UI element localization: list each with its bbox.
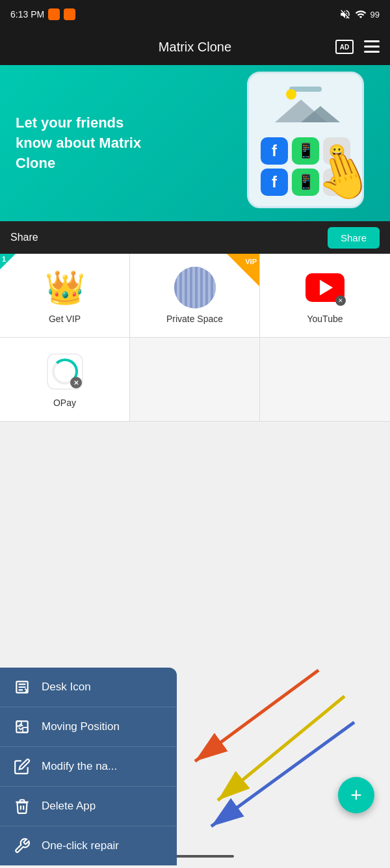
phone-fb-2: f <box>261 169 288 196</box>
svg-rect-14 <box>17 802 27 804</box>
opay-x-badge: ✕ <box>70 377 82 388</box>
opay-icon: ✕ <box>44 351 86 392</box>
svg-line-10 <box>218 696 344 800</box>
battery-level: 99 <box>370 10 380 20</box>
svg-line-11 <box>211 722 354 826</box>
apps-container: 1 👑 Get VIP VIP Private Space ✕ <box>0 254 390 865</box>
notification-dot <box>48 8 60 20</box>
vip-text: VIP <box>245 258 257 265</box>
apps-row-1: 1 👑 Get VIP VIP Private Space ✕ <box>0 254 390 338</box>
banner-text: Let your friends know about Matrix Clone <box>16 113 146 173</box>
header: Matrix Clone AD <box>0 29 390 65</box>
menu-item-desk-icon[interactable]: Desk Icon <box>0 668 177 707</box>
move-icon <box>13 718 31 736</box>
desk-icon-icon <box>13 678 31 696</box>
apps-row-2: ✕ OPay <box>0 338 390 422</box>
menu-item-delete-app[interactable]: Delete App <box>0 787 177 826</box>
opay-icon-wrap: ✕ <box>47 353 83 390</box>
moving-position-label: Moving Position <box>42 720 120 733</box>
svg-point-3 <box>286 89 296 100</box>
share-bar: Share Share <box>0 221 390 254</box>
header-icons: AD <box>335 40 380 54</box>
share-label: Share <box>10 232 38 243</box>
one-click-repair-label: One-click repair <box>42 839 119 852</box>
private-space-avatar <box>174 267 216 308</box>
striped-background <box>174 267 216 308</box>
app-cell-get-vip[interactable]: 1 👑 Get VIP <box>0 254 130 337</box>
delete-icon <box>13 797 31 815</box>
get-vip-label: Get VIP <box>49 314 81 324</box>
youtube-icon: ✕ <box>304 267 346 308</box>
opay-label: OPay <box>53 398 76 408</box>
svg-line-9 <box>195 670 318 761</box>
app-cell-private-space[interactable]: VIP Private Space <box>130 254 260 337</box>
app-cell-empty-2 <box>260 338 390 421</box>
svg-rect-2 <box>364 51 380 53</box>
signal-icon <box>355 8 367 20</box>
header-title: Matrix Clone <box>159 40 231 55</box>
repair-icon <box>13 837 31 855</box>
mute-icon <box>339 8 351 20</box>
banner: Let your friends know about Matrix Clone… <box>0 65 390 221</box>
mountain-svg <box>255 87 359 126</box>
private-space-icon <box>174 267 216 308</box>
youtube-label: YouTube <box>307 314 343 324</box>
status-right: 99 <box>339 8 380 20</box>
desk-icon-label: Desk Icon <box>42 681 91 694</box>
menu-item-one-click-repair[interactable]: One-click repair <box>0 826 177 865</box>
menu-item-modify-name[interactable]: Modify the na... <box>0 747 177 787</box>
delete-app-label: Delete App <box>42 800 96 813</box>
fab-add-button[interactable]: + <box>338 777 374 813</box>
get-vip-icon: 👑 <box>44 267 86 308</box>
youtube-play-triangle <box>320 280 333 295</box>
menu-icon[interactable] <box>364 40 380 53</box>
app-cell-empty-1 <box>130 338 260 421</box>
edit-icon <box>13 757 31 776</box>
context-menu: Desk Icon Moving Position Mo <box>0 668 177 865</box>
phone-frame: f 📱 😀 f 📱 😀 🤚 <box>247 72 364 208</box>
status-left: 6:13 PM <box>10 8 75 20</box>
ad-icon[interactable]: AD <box>335 40 354 54</box>
app-cell-opay[interactable]: ✕ OPay <box>0 338 130 421</box>
number-text: 1 <box>2 255 6 263</box>
svg-rect-1 <box>364 46 380 47</box>
modify-name-label: Modify the na... <box>42 760 117 773</box>
menu-item-moving-position[interactable]: Moving Position <box>0 707 177 747</box>
private-space-label: Private Space <box>166 314 223 324</box>
phone-fb-1: f <box>261 137 288 165</box>
app-cell-youtube[interactable]: ✕ YouTube <box>260 254 390 337</box>
time: 6:13 PM <box>10 9 44 20</box>
svg-rect-13 <box>23 727 28 733</box>
status-bar: 6:13 PM 99 <box>0 0 390 29</box>
app-icon-small <box>64 8 75 20</box>
banner-phone: f 📱 😀 f 📱 😀 🤚 <box>247 72 377 215</box>
youtube-x-badge: ✕ <box>335 295 346 306</box>
svg-rect-0 <box>364 40 380 42</box>
share-button[interactable]: Share <box>328 227 380 249</box>
